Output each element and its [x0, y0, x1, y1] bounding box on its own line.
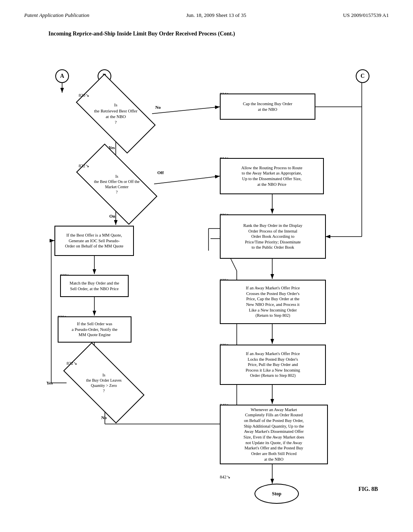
yes-820-label: Yes — [108, 145, 115, 150]
svg-line-4 — [152, 107, 220, 114]
page: Patent Application Publication Jun. 18, … — [0, 0, 413, 532]
step-832-diamond: Isthe Buy Order LeavesQuantity > Zero? — [67, 363, 141, 403]
header-publication: Patent Application Publication — [24, 12, 90, 19]
step-824-box: Allow the Routing Process to Routeto the… — [220, 158, 324, 194]
step-838-box: If an Away Market's Offer PriceCrosses t… — [220, 280, 326, 324]
no-820-label: No — [155, 105, 161, 110]
off-822-label: Off — [157, 170, 164, 175]
connector-c: C — [356, 69, 369, 83]
header-date-sheet: Jun. 18, 2009 Sheet 13 of 35 — [186, 12, 246, 19]
diagram-area: A B C 820↘ Isthe Retrieved Best Offerat … — [31, 45, 382, 497]
step-822-text: Isthe Best Offer On or Off theMarket Cen… — [79, 164, 154, 204]
step-820-label: 820↘ — [79, 93, 89, 98]
connector-a: A — [55, 69, 69, 83]
step-826-box: If the Best Offer is a MM Quote,Generate… — [54, 226, 134, 256]
header-patent-number: US 2009/0157539 A1 — [343, 12, 389, 19]
svg-line-5 — [152, 176, 220, 184]
diagram-title: Incoming Reprice-and-Ship Inside Limit B… — [48, 31, 389, 37]
page-header: Patent Application Publication Jun. 18, … — [24, 12, 389, 19]
figure-label: FIG. 8B — [359, 486, 378, 493]
no-832-label: No — [101, 415, 106, 420]
step-830-box: If the Sell Order wasa Pseudo-Order, Not… — [58, 316, 131, 343]
stop-button: Stop — [254, 484, 299, 504]
step-822-diamond: Isthe Best Offer On or Off theMarket Cen… — [79, 164, 154, 204]
step-820-diamond: Isthe Retrieved Best Offerat the NBO? — [79, 94, 152, 134]
step-842-label: 842↘ — [220, 474, 230, 480]
step-836-box: Rank the Buy Order in the DisplayOrder P… — [220, 214, 326, 259]
on-822-label: On — [109, 214, 115, 218]
step-828-box: Match the Buy Order and theSell Order, a… — [60, 275, 129, 297]
yes-832-label: Yes — [46, 380, 53, 385]
step-834-box: Cap the Incoming Buy Orderat the NBO — [220, 94, 315, 120]
step-832-label: 832↘ — [67, 361, 77, 366]
step-840-box: Whenever an Away MarketCompletely Fills … — [220, 405, 328, 464]
step-839-box: If an Away Market's Offer PriceLocks the… — [220, 345, 326, 385]
step-822-label: 822↘ — [79, 163, 89, 168]
step-820-text: Isthe Retrieved Best Offerat the NBO? — [79, 94, 152, 134]
step-832-text: Isthe Buy Order LeavesQuantity > Zero? — [67, 363, 141, 403]
